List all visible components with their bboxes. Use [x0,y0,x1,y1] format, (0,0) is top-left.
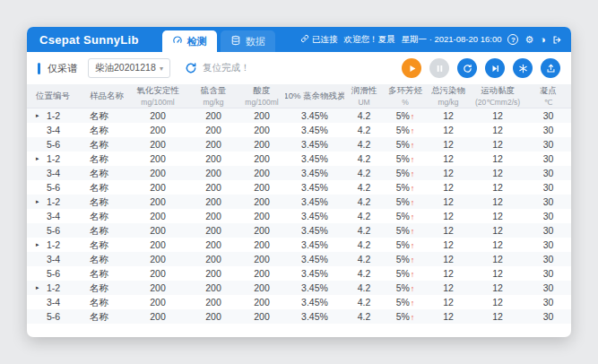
table-row[interactable]: 3-4名称2002002003.45%4.25%↑121230 [27,166,571,180]
table-cell: 名称 [81,309,127,324]
export-button[interactable] [541,58,560,78]
tab-detection[interactable]: 检测 [162,30,217,52]
exceed-up-arrow-icon: ↑ [411,169,415,178]
table-cell: 200 [238,180,285,195]
results-table: 位置编号样品名称氧化安定性mg/100ml硫含量mg/kg酸度mg/100ml1… [27,84,571,324]
table-cell: 200 [188,123,238,137]
table-cell: 200 [188,266,238,281]
table-cell: 12 [427,223,470,238]
table-cell: 200 [188,309,238,324]
table-row[interactable]: ▸1-2名称2002002003.45%4.25%↑121230 [27,195,571,209]
column-header: 酸度mg/100ml [238,84,285,108]
sample-select-value: 柴油20201218 [95,62,156,74]
table-row[interactable]: 3-4名称2002002003.45%4.25%↑121230 [27,123,571,137]
table-cell: 200 [188,166,238,180]
welcome-text: 欢迎您！夏晨 [344,34,395,46]
table-cell: 4.2 [344,252,384,266]
table-cell: 12 [470,295,525,309]
tab-data[interactable]: 数据 [221,30,275,52]
reset-message: 复位完成！ [203,62,250,74]
table-cell: 4.2 [344,123,384,137]
column-unit: mg/kg [438,98,458,107]
table-cell: ▸1-2 [27,152,81,166]
table-row[interactable]: 5-6名称2002002003.45%4.25%↑121230 [27,180,571,195]
table-row[interactable]: ▸1-2名称2002002003.45%4.25%↑121230 [27,281,571,295]
table-cell: 200 [238,152,285,166]
table-cell: 30 [525,166,571,180]
table-cell: 5%↑ [384,238,427,252]
table-cell: 200 [127,309,188,324]
table-row[interactable]: ▸1-2名称2002002003.45%4.25%↑121230 [27,238,571,252]
skip-button[interactable] [485,58,505,78]
sync-button[interactable] [457,58,477,78]
table-cell: 4.2 [344,209,384,223]
table-cell: 200 [188,195,238,209]
table-row[interactable]: 5-6名称2002002003.45%4.25%↑121230 [27,309,571,324]
table-cell: 3.45% [285,309,344,324]
table-cell: 3.45% [285,195,344,209]
datetime-text: 星期一 · 2021-08-20 16:00 [402,34,502,46]
table-cell: ▸1-2 [27,281,81,295]
table-cell: 30 [525,309,571,324]
table-cell: 12 [427,266,470,281]
column-header: 凝点℃ [525,84,571,108]
table-cell: 3.45% [285,152,344,166]
column-unit: % [402,98,409,107]
freeze-button[interactable] [513,58,533,78]
table-row[interactable]: 5-6名称2002002003.45%4.25%↑121230 [27,266,571,281]
help-icon[interactable]: ? [507,34,518,45]
table-cell: 3.45% [285,238,344,252]
column-unit: mg/100ml [141,98,174,107]
table-cell: 5%↑ [384,295,427,309]
table-cell: 12 [427,123,470,137]
table-cell: 200 [127,223,188,238]
top-bar: Csepat SunnyLib 检测 [27,27,571,52]
settings-gear-icon[interactable]: ⚙ [524,35,533,45]
exceed-up-arrow-icon: ↑ [411,256,415,264]
table-cell: 5%↑ [384,123,427,137]
reset-icon[interactable] [185,62,197,74]
table-cell: 200 [188,209,238,223]
table-row[interactable]: 5-6名称2002002003.45%4.25%↑121230 [27,223,571,238]
table-cell: 12 [470,309,525,324]
table-row[interactable]: 3-4名称2002002003.45%4.25%↑121230 [27,252,571,266]
table-cell: 3-4 [27,209,81,223]
table-cell: 200 [238,238,285,252]
table-cell: 3.45% [285,281,344,295]
column-unit: (20℃mm2/s) [475,98,520,107]
table-cell: 3.45% [285,209,344,223]
table-row[interactable]: ▸1-2名称2002002003.45%4.25%↑121230 [27,108,571,123]
exceed-up-arrow-icon: ↑ [411,270,415,279]
table-cell: 12 [470,152,525,166]
theme-icon[interactable]: ◑ [540,35,546,45]
table-row[interactable]: 3-4名称2002002003.45%4.25%↑121230 [27,295,571,309]
table-row[interactable]: 3-4名称2002002003.45%4.25%↑121230 [27,209,571,223]
table-row[interactable]: 5-6名称2002002003.45%4.25%↑121230 [27,137,571,152]
pause-button[interactable] [429,58,449,78]
table-cell: 200 [127,137,188,152]
table-cell: 200 [127,266,188,281]
column-header: 10% 蒸余物残炭 [285,84,344,108]
table-cell: 名称 [81,238,127,252]
table-cell: 200 [238,309,285,324]
table-row[interactable]: ▸1-2名称2002002003.45%4.25%↑121230 [27,152,571,166]
start-button[interactable] [402,58,421,78]
table-cell: 200 [127,108,188,123]
table-cell: 200 [127,123,188,137]
link-icon [300,34,309,45]
table-cell: 4.2 [344,238,384,252]
desktop-background: Csepat SunnyLib 检测 [0,0,598,364]
table-cell: 200 [238,123,285,137]
table-cell: 200 [127,166,188,180]
table-cell: 3.45% [285,180,344,195]
gauge-icon [172,35,183,48]
mode-label[interactable]: 仅采谱 [48,62,77,75]
logout-icon[interactable] [552,35,562,45]
table-cell: 200 [238,209,285,223]
tab-label: 检测 [187,35,207,48]
table-cell: 30 [525,209,571,223]
table-cell: 名称 [81,266,127,281]
table-cell: 4.2 [344,166,384,180]
table-cell: 12 [427,209,470,223]
sample-select[interactable]: 柴油20201218 ▾ [88,58,170,78]
